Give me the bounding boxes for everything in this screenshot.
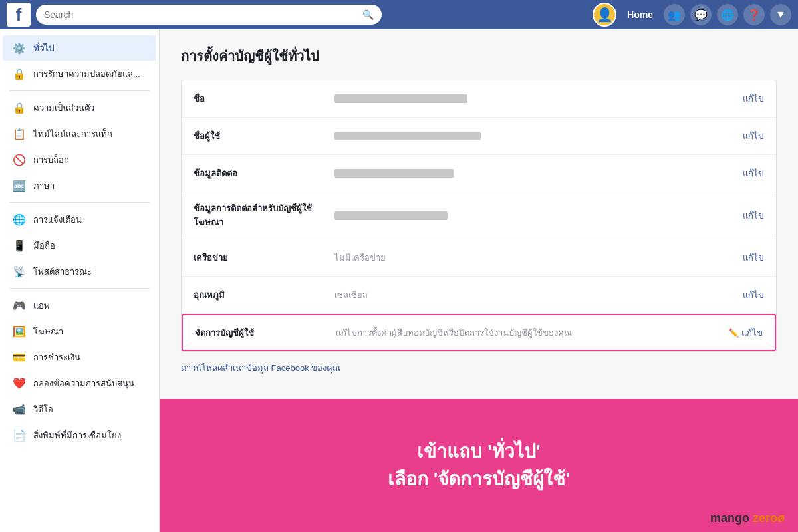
linked-icon: 📄 <box>12 428 27 442</box>
table-row-username: ชื่อผู้ใช้ แก้ไข <box>182 118 776 155</box>
edit-link-contact-username[interactable]: แก้ไข <box>743 209 764 223</box>
gear-icon: ⚙️ <box>12 41 27 55</box>
dropdown-icon[interactable]: ▼ <box>770 4 791 25</box>
row-label-contact: ข้อมูลติดต่อ <box>194 166 327 180</box>
sidebar-label-privacy: ความเป็นส่วนตัว <box>33 101 147 115</box>
edit-link-network[interactable]: แก้ไข <box>743 251 764 265</box>
help-icon[interactable]: ❓ <box>743 4 765 25</box>
globe-icon[interactable]: 🌐 <box>717 4 738 25</box>
sidebar-item-mobile[interactable]: 📱 มือถือ <box>3 233 156 258</box>
edit-link-region[interactable]: แก้ไข <box>743 288 764 302</box>
row-label-contact-username: ข้อมูลการติดต่อสำหรับบัญชีผู้ใช้โฆษณา <box>194 201 327 229</box>
sidebar-item-notifications[interactable]: 🌐 การแจ้งเตือน <box>3 207 156 232</box>
row-value-name <box>327 94 743 103</box>
facebook-logo: f <box>7 3 31 27</box>
sidebar-label-apps: แอพ <box>33 299 147 313</box>
sidebar-label-general: ทั่วไป <box>33 41 147 55</box>
table-row-contact: ข้อมูลติดต่อ แก้ไข <box>182 155 776 192</box>
sidebar-item-privacy[interactable]: 🔒 ความเป็นส่วนตัว <box>3 95 156 120</box>
public-posts-icon: 📡 <box>12 264 27 279</box>
blurred-username-value <box>334 132 481 140</box>
messenger-icon[interactable]: 💬 <box>690 4 712 25</box>
timeline-icon: 📋 <box>12 126 27 141</box>
row-value-region: เซลเซียส <box>327 288 743 302</box>
annotation-line1: เข้าแถบ 'ทั่วไป' <box>388 438 570 466</box>
block-icon: 🚫 <box>12 152 27 167</box>
row-value-network: ไม่มีเครือข่าย <box>327 251 743 265</box>
table-row-manage-account: จัดการบัญชีผู้ใช้ แก้ไขการตั้งค่าผู้สืบท… <box>182 314 776 351</box>
blurred-name-value <box>334 94 467 103</box>
pencil-icon: ✏️ <box>728 328 739 338</box>
support-icon: ❤️ <box>12 376 27 390</box>
row-value-manage-account: แก้ไขการตั้งค่าผู้สืบทอดบัญชีหรือปิดการใ… <box>328 326 728 340</box>
lock-icon: 🔒 <box>12 66 27 81</box>
edit-link-username[interactable]: แก้ไข <box>743 129 764 143</box>
sidebar-label-language: ภาษา <box>33 179 147 193</box>
sidebar-item-linked[interactable]: 📄 สิ่งพิมพ์ที่มีการเชื่อมโยง <box>3 422 156 448</box>
sidebar-item-support[interactable]: ❤️ กล่องข้อความการสนับสนุน <box>3 370 156 396</box>
search-bar[interactable]: 🔍 <box>36 5 382 25</box>
notifications-icon: 🌐 <box>12 212 27 227</box>
apps-icon: 🎮 <box>12 298 27 313</box>
home-link[interactable]: Home <box>622 7 658 23</box>
download-link[interactable]: ดาวน์โหลดสำเนาข้อมูล Facebook ของคุณ <box>181 361 340 375</box>
sidebar-divider-2 <box>9 202 150 203</box>
settings-table: ชื่อ แก้ไข ชื่อผู้ใช้ แก้ไข <box>181 80 777 352</box>
ads-icon: 🖼️ <box>12 324 27 338</box>
row-value-contact <box>327 169 743 178</box>
edit-link-manage-account[interactable]: แก้ไข <box>741 326 763 340</box>
sidebar-item-apps[interactable]: 🎮 แอพ <box>3 293 156 318</box>
blurred-contact-value <box>334 169 454 178</box>
edit-link-contact[interactable]: แก้ไข <box>743 166 764 180</box>
sidebar-item-language[interactable]: 🔤 ภาษา <box>3 173 156 198</box>
sidebar-label-ads: โฆษณา <box>33 325 147 338</box>
sidebar-item-security[interactable]: 🔒 การรักษาความปลอดภัยแล... <box>3 61 156 86</box>
language-icon: 🔤 <box>12 178 27 193</box>
friends-icon[interactable]: 👥 <box>664 4 685 25</box>
sidebar-item-general[interactable]: ⚙️ ทั่วไป <box>3 35 156 61</box>
row-label-username: ชื่อผู้ใช้ <box>194 129 327 143</box>
sidebar-label-support: กล่องข้อความการสนับสนุน <box>33 376 147 390</box>
search-input[interactable] <box>44 9 362 20</box>
mango-zero-logo: mango zeroø <box>710 511 785 525</box>
row-label-manage-account: จัดการบัญชีผู้ใช้ <box>195 326 328 340</box>
row-label-name: ชื่อ <box>194 92 327 106</box>
sidebar-item-timeline[interactable]: 📋 ไทม์ไลน์และการแท็ก <box>3 121 156 146</box>
search-icon[interactable]: 🔍 <box>362 9 374 20</box>
edit-link-name[interactable]: แก้ไข <box>743 92 764 106</box>
row-label-region: อุณหภูมิ <box>194 288 327 302</box>
sidebar-label-blocking: การบล็อก <box>33 153 147 167</box>
sidebar-label-payments: การชำระเงิน <box>33 350 147 364</box>
annotation-line2: เลือก 'จัดการบัญชีผู้ใช้' <box>388 466 570 493</box>
zero-text: zeroø <box>753 511 785 525</box>
sidebar-label-mobile: มือถือ <box>33 239 147 253</box>
row-value-contact-username <box>327 211 743 220</box>
sidebar-item-payments[interactable]: 💳 การชำระเงิน <box>3 344 156 370</box>
annotation-box: เข้าแถบ 'ทั่วไป' เลือก 'จัดการบัญชีผู้ใช… <box>160 399 798 532</box>
sidebar-item-public-posts[interactable]: 📡 โพสต์สาธารณะ <box>3 259 156 284</box>
sidebar-label-linked: สิ่งพิมพ์ที่มีการเชื่อมโยง <box>33 428 147 442</box>
video-icon: 📹 <box>12 402 27 416</box>
sidebar-label-timeline: ไทม์ไลน์และการแท็ก <box>33 127 147 141</box>
table-row-name: ชื่อ แก้ไข <box>182 80 776 118</box>
sidebar-item-ads[interactable]: 🖼️ โฆษณา <box>3 319 156 344</box>
table-row-contact-username: ข้อมูลการติดต่อสำหรับบัญชีผู้ใช้โฆษณา แก… <box>182 192 776 239</box>
navbar: f 🔍 👤 Home 👥 💬 🌐 ❓ ▼ <box>0 0 798 29</box>
sidebar-item-blocking[interactable]: 🚫 การบล็อก <box>3 147 156 172</box>
payments-icon: 💳 <box>12 350 27 364</box>
table-row-network: เครือข่าย ไม่มีเครือข่าย แก้ไข <box>182 239 776 277</box>
sidebar-label-notifications: การแจ้งเตือน <box>33 213 147 227</box>
table-row-region: อุณหภูมิ เซลเซียส แก้ไข <box>182 277 776 314</box>
blurred-contact-username-value <box>334 211 448 220</box>
sidebar-divider-3 <box>9 288 150 289</box>
page-title: การตั้งค่าบัญชีผู้ใช้ทั่วไป <box>181 45 777 66</box>
sidebar-label-public-posts: โพสต์สาธารณะ <box>33 265 147 279</box>
privacy-icon: 🔒 <box>12 100 27 115</box>
sidebar: ⚙️ ทั่วไป 🔒 การรักษาความปลอดภัยแล... 🔒 ค… <box>0 29 160 532</box>
mango-text: mango <box>710 511 749 525</box>
sidebar-label-video: วิดีโอ <box>33 402 147 416</box>
mobile-icon: 📱 <box>12 238 27 253</box>
avatar[interactable]: 👤 <box>593 3 616 27</box>
annotation-text: เข้าแถบ 'ทั่วไป' เลือก 'จัดการบัญชีผู้ใช… <box>388 438 570 493</box>
sidebar-item-video[interactable]: 📹 วิดีโอ <box>3 396 156 422</box>
